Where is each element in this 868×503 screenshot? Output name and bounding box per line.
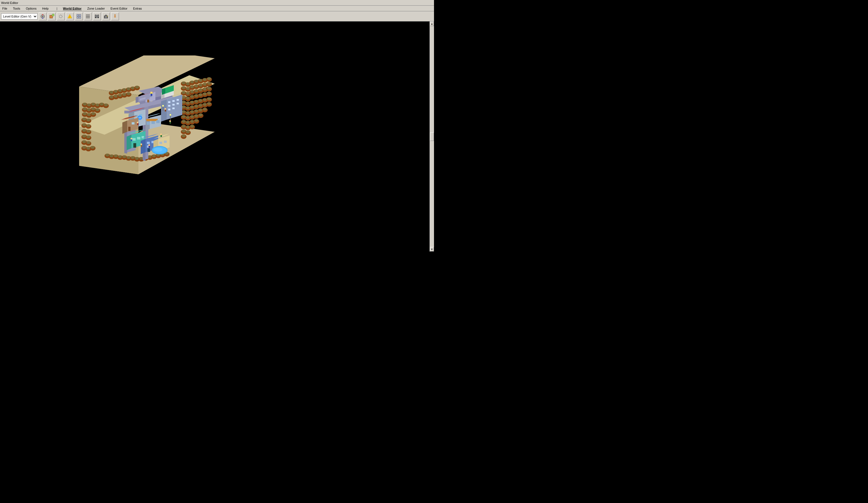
svg-point-8 bbox=[59, 15, 62, 18]
camera-tool-button[interactable] bbox=[102, 12, 110, 20]
svg-point-54 bbox=[95, 108, 100, 111]
svg-point-136 bbox=[190, 85, 194, 88]
svg-point-140 bbox=[199, 84, 203, 87]
svg-point-188 bbox=[182, 105, 186, 108]
svg-point-198 bbox=[203, 103, 207, 106]
list-tool-button[interactable] bbox=[84, 12, 92, 20]
svg-point-222 bbox=[199, 113, 203, 116]
tab-event-editor[interactable]: Event Editor bbox=[109, 6, 128, 11]
svg-point-126 bbox=[199, 79, 203, 82]
menu-options[interactable]: Options bbox=[24, 6, 38, 11]
svg-rect-330 bbox=[133, 143, 136, 148]
svg-point-172 bbox=[207, 92, 211, 94]
svg-rect-342 bbox=[164, 141, 167, 143]
lasso-tool-button[interactable] bbox=[57, 12, 65, 20]
svg-point-72 bbox=[86, 130, 90, 133]
scroll-down-button[interactable]: ▼ bbox=[430, 247, 434, 252]
svg-point-50 bbox=[87, 108, 91, 111]
run-tool-button[interactable] bbox=[111, 12, 119, 20]
tab-extras[interactable]: Extras bbox=[132, 6, 143, 11]
svg-point-182 bbox=[199, 99, 203, 102]
svg-rect-293 bbox=[172, 100, 175, 102]
svg-rect-321 bbox=[147, 122, 150, 125]
scroll-up-button[interactable]: ▲ bbox=[430, 21, 434, 26]
svg-point-168 bbox=[199, 93, 203, 96]
svg-point-58 bbox=[87, 113, 91, 116]
svg-text:!: ! bbox=[70, 16, 70, 18]
svg-marker-368 bbox=[136, 97, 138, 103]
svg-point-132 bbox=[182, 86, 186, 89]
film-tool-button[interactable] bbox=[93, 12, 101, 20]
grid-tool-button[interactable] bbox=[75, 12, 83, 20]
svg-point-236 bbox=[190, 125, 194, 128]
svg-point-184 bbox=[203, 98, 207, 101]
svg-point-110 bbox=[152, 154, 156, 157]
svg-rect-322 bbox=[152, 121, 155, 124]
svg-point-234 bbox=[186, 125, 190, 129]
menu-file[interactable]: File bbox=[1, 6, 9, 11]
tab-zone-loader[interactable]: Zone Loader bbox=[86, 6, 106, 11]
svg-point-250 bbox=[122, 88, 126, 91]
svg-point-200 bbox=[207, 102, 211, 105]
svg-rect-29 bbox=[107, 16, 108, 17]
svg-point-190 bbox=[186, 107, 190, 109]
svg-point-78 bbox=[82, 140, 86, 143]
svg-rect-323 bbox=[156, 120, 159, 123]
svg-point-62 bbox=[82, 118, 86, 121]
svg-point-204 bbox=[186, 111, 190, 114]
svg-point-92 bbox=[114, 154, 118, 157]
menu-help[interactable]: Help bbox=[41, 6, 50, 11]
title-text: World Editor bbox=[1, 1, 18, 4]
svg-point-30 bbox=[114, 14, 116, 16]
scroll-thumb[interactable] bbox=[430, 132, 434, 141]
svg-marker-325 bbox=[127, 135, 131, 150]
svg-point-216 bbox=[186, 116, 190, 119]
svg-point-186 bbox=[207, 97, 211, 100]
svg-point-180 bbox=[194, 100, 198, 103]
add-object-button[interactable]: + bbox=[48, 12, 56, 20]
svg-point-66 bbox=[82, 123, 86, 126]
svg-point-266 bbox=[127, 92, 131, 95]
svg-rect-17 bbox=[86, 18, 90, 18]
svg-point-60 bbox=[91, 112, 95, 115]
svg-point-100 bbox=[131, 156, 135, 159]
svg-rect-14 bbox=[79, 17, 81, 18]
svg-point-144 bbox=[207, 82, 211, 85]
svg-point-242 bbox=[182, 134, 186, 137]
svg-point-64 bbox=[86, 119, 90, 121]
svg-rect-282 bbox=[147, 100, 149, 102]
svg-point-84 bbox=[86, 147, 90, 150]
svg-point-358 bbox=[137, 122, 138, 123]
map-viewport[interactable] bbox=[62, 56, 215, 174]
svg-point-88 bbox=[105, 154, 109, 157]
vertical-scrollbar[interactable]: ▲ ▼ bbox=[430, 21, 434, 252]
title-bar: World Editor bbox=[0, 0, 434, 6]
svg-point-40 bbox=[91, 103, 95, 105]
svg-point-42 bbox=[95, 103, 100, 107]
svg-point-345 bbox=[154, 148, 163, 152]
svg-point-347 bbox=[162, 105, 164, 107]
svg-point-80 bbox=[86, 141, 90, 144]
main-canvas: ▲ ▼ bbox=[0, 21, 434, 252]
svg-point-44 bbox=[100, 103, 104, 105]
tab-world-editor[interactable]: World Editor bbox=[62, 6, 83, 11]
svg-point-196 bbox=[199, 104, 203, 107]
svg-point-208 bbox=[194, 110, 198, 112]
svg-rect-334 bbox=[147, 142, 150, 144]
svg-point-164 bbox=[190, 95, 194, 98]
menu-tools[interactable]: Tools bbox=[12, 6, 21, 11]
svg-rect-11 bbox=[77, 14, 79, 16]
svg-marker-287 bbox=[162, 88, 165, 95]
svg-point-226 bbox=[186, 121, 190, 124]
svg-point-364 bbox=[148, 144, 150, 146]
level-editor-dropdown[interactable]: Level Editor (Gen V) Level Editor (Gen I… bbox=[1, 13, 38, 20]
svg-point-360 bbox=[131, 138, 132, 140]
svg-point-104 bbox=[139, 157, 143, 160]
svg-rect-23 bbox=[98, 15, 99, 16]
svg-point-166 bbox=[194, 94, 198, 97]
warning-tool-button[interactable]: ! bbox=[66, 12, 74, 20]
svg-rect-351 bbox=[151, 94, 152, 96]
svg-point-154 bbox=[199, 89, 203, 91]
svg-marker-28 bbox=[105, 15, 107, 16]
selection-tool-button[interactable] bbox=[39, 12, 46, 20]
